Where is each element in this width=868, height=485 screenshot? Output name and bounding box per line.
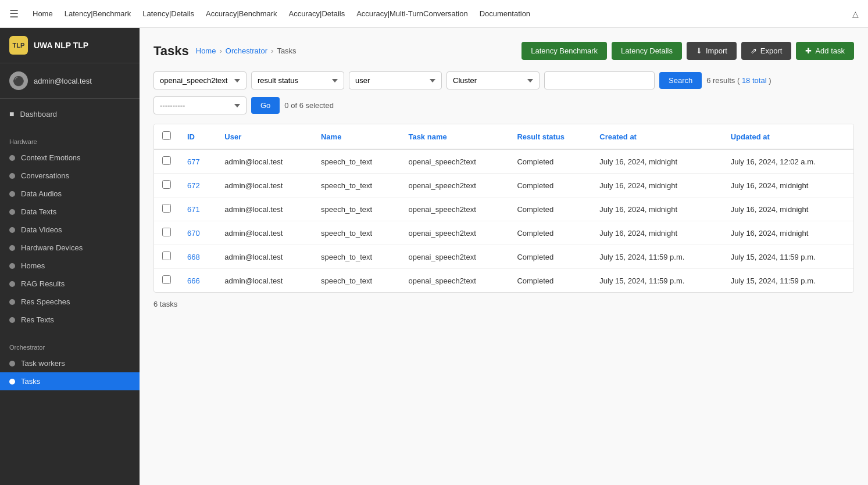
filters-row: openai_speech2text result status user Cl…: [153, 71, 854, 89]
sidebar-dot-rag-results: [9, 281, 15, 287]
sidebar-item-data-videos[interactable]: Data Videos: [0, 221, 140, 239]
row-checkbox-3: [154, 221, 179, 245]
import-icon: ⇓: [696, 46, 702, 55]
table-row: 671 admin@local.test speech_to_text open…: [154, 197, 853, 221]
table-row: 668 admin@local.test speech_to_text open…: [154, 245, 853, 269]
task-name-filter[interactable]: openai_speech2text: [153, 71, 247, 89]
table-body: 677 admin@local.test speech_to_text open…: [154, 149, 853, 292]
dashboard-icon: ■: [9, 109, 14, 118]
sidebar-item-conversations[interactable]: Conversations: [0, 167, 140, 185]
bulk-actions-row: ---------- Go 0 of 6 selected: [153, 96, 854, 114]
page-header-actions: Latency Benchmark Latency Details ⇓ Impo…: [521, 42, 854, 60]
page-header: Tasks Home › Orchestrator › Tasks Latenc…: [153, 42, 854, 60]
row-created-at-3: July 16, 2024, midnight: [591, 221, 722, 245]
row-id-5: 666: [179, 269, 216, 293]
user-filter[interactable]: user: [349, 71, 442, 89]
row-select-3[interactable]: [162, 228, 171, 236]
col-task-name[interactable]: Task name: [400, 124, 509, 149]
task-id-link-3[interactable]: 670: [187, 229, 200, 238]
row-select-1[interactable]: [162, 180, 171, 189]
app-title: UWA NLP TLP: [34, 41, 88, 50]
go-button[interactable]: Go: [251, 97, 280, 114]
task-id-link-4[interactable]: 668: [187, 253, 200, 261]
cluster-filter[interactable]: Cluster: [446, 71, 540, 89]
export-label: Export: [760, 46, 783, 55]
sidebar-orchestrator-header: Orchestrator: [0, 340, 140, 354]
sidebar-item-homes[interactable]: Homes: [0, 257, 140, 275]
row-select-4[interactable]: [162, 252, 171, 260]
row-select-5[interactable]: [162, 275, 171, 284]
sidebar-item-rag-results[interactable]: RAG Results: [0, 275, 140, 293]
sidebar-item-dashboard[interactable]: ■ Dashboard: [0, 105, 140, 123]
sidebar-username: admin@local.test: [34, 77, 92, 85]
row-select-0[interactable]: [162, 156, 171, 165]
task-id-link-2[interactable]: 671: [187, 205, 200, 214]
sidebar-label-res-texts: Res Texts: [21, 315, 54, 324]
breadcrumb-orchestrator[interactable]: Orchestrator: [226, 46, 267, 55]
row-updated-at-1: July 16, 2024, midnight: [723, 174, 853, 197]
search-button[interactable]: Search: [659, 72, 702, 89]
sidebar-item-hardware-devices[interactable]: Hardware Devices: [0, 239, 140, 257]
row-checkbox-5: [154, 269, 179, 293]
latency-benchmark-button[interactable]: Latency Benchmark: [521, 42, 607, 60]
nav-accuracy-multi[interactable]: Accuracy|Multi-TurnConversation: [356, 9, 467, 18]
sidebar-dashboard-label: Dashboard: [20, 110, 57, 118]
sidebar-item-context-emotions[interactable]: Context Emotions: [0, 149, 140, 167]
col-name[interactable]: Name: [313, 124, 400, 149]
sidebar-item-tasks[interactable]: Tasks: [0, 372, 140, 390]
nav-home[interactable]: Home: [33, 9, 53, 18]
sidebar-item-res-speeches[interactable]: Res Speeches: [0, 293, 140, 311]
row-result-status-0: Completed: [509, 149, 591, 174]
sidebar-hardware-section: Hardware Context Emotions Conversations …: [0, 129, 140, 335]
nav-documentation[interactable]: Documentation: [480, 9, 530, 18]
sidebar-item-task-workers[interactable]: Task workers: [0, 354, 140, 372]
sidebar-label-task-workers: Task workers: [21, 359, 65, 368]
select-all-checkbox[interactable]: [162, 131, 171, 140]
nav-accuracy-benchmark[interactable]: Accuracy|Benchmark: [206, 9, 277, 18]
results-total: 18 total: [742, 76, 767, 85]
row-checkbox-0: [154, 149, 179, 174]
task-id-link-1[interactable]: 672: [187, 181, 200, 190]
table-row: 672 admin@local.test speech_to_text open…: [154, 174, 853, 197]
sidebar-label-hardware-devices: Hardware Devices: [21, 243, 83, 252]
sidebar-dot-res-speeches: [9, 299, 15, 305]
sidebar-label-data-videos: Data Videos: [21, 225, 62, 234]
import-label: Import: [706, 46, 727, 55]
bulk-action-select[interactable]: ----------: [153, 96, 247, 114]
nav-accuracy-details[interactable]: Accuracy|Details: [289, 9, 345, 18]
col-user[interactable]: User: [216, 124, 313, 149]
search-input[interactable]: [544, 71, 655, 89]
col-updated-at[interactable]: Updated at: [723, 124, 853, 149]
hamburger-icon[interactable]: ☰: [9, 8, 19, 20]
col-created-at[interactable]: Created at: [591, 124, 722, 149]
sidebar-dot-tasks: [9, 379, 15, 385]
row-select-2[interactable]: [162, 204, 171, 213]
latency-details-button[interactable]: Latency Details: [612, 42, 682, 60]
sidebar-item-data-texts[interactable]: Data Texts: [0, 203, 140, 221]
import-button[interactable]: ⇓ Import: [687, 42, 737, 60]
row-id-2: 671: [179, 197, 216, 221]
col-result-status[interactable]: Result status: [509, 124, 591, 149]
task-id-link-5[interactable]: 666: [187, 276, 200, 285]
result-status-filter[interactable]: result status: [251, 71, 344, 89]
sidebar-item-res-texts[interactable]: Res Texts: [0, 311, 140, 329]
nav-latency-details[interactable]: Latency|Details: [142, 9, 194, 18]
nav-latency-benchmark[interactable]: Latency|Benchmark: [65, 9, 131, 18]
row-result-status-5: Completed: [509, 269, 591, 293]
export-button[interactable]: ⇗ Export: [741, 42, 792, 60]
col-id[interactable]: ID: [179, 124, 216, 149]
sidebar-label-data-texts: Data Texts: [21, 207, 56, 216]
nav-links: Home Latency|Benchmark Latency|Details A…: [33, 9, 838, 18]
sidebar-dot-hardware-devices: [9, 245, 15, 251]
add-task-button[interactable]: ✚ Add task: [796, 42, 854, 60]
task-id-link-0[interactable]: 677: [187, 157, 200, 166]
row-task-name-1: openai_speech2text: [400, 174, 509, 197]
breadcrumb-home[interactable]: Home: [196, 46, 216, 55]
sidebar-dot-data-audios: [9, 191, 15, 197]
add-task-icon: ✚: [805, 46, 812, 55]
row-updated-at-0: July 16, 2024, 12:02 a.m.: [723, 149, 853, 174]
sidebar-item-data-audios[interactable]: Data Audios: [0, 185, 140, 203]
user-icon[interactable]: △: [852, 9, 859, 19]
sidebar-label-data-audios: Data Audios: [21, 189, 62, 198]
row-result-status-1: Completed: [509, 174, 591, 197]
